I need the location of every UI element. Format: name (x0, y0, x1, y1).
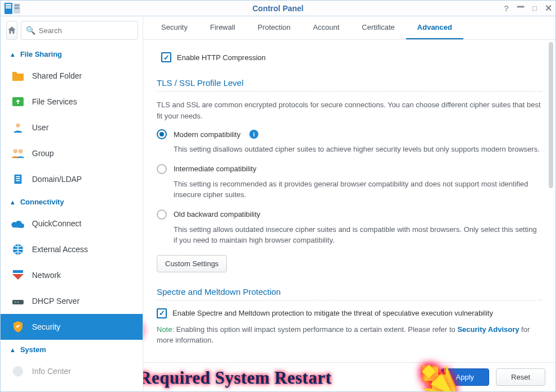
radio-intermediate-label: Intermediate compatibility (174, 165, 256, 173)
domain-ldap-icon (11, 173, 25, 185)
svg-point-10 (19, 149, 22, 153)
tab-bar: Security Firewall Protection Account Cer… (143, 16, 555, 40)
svg-point-18 (15, 302, 16, 303)
chevron-up-icon: ▲ (10, 199, 16, 206)
settings-panel: Enable HTTP Compression TLS / SSL Profil… (143, 40, 555, 362)
svg-point-20 (13, 366, 23, 376)
window-title: Control Panel (252, 4, 303, 13)
scrollbar-track[interactable] (549, 42, 553, 359)
shield-icon (11, 321, 25, 333)
spectre-section: Spectre and Meltdown Protection Enable S… (157, 277, 542, 350)
sidebar-item-quickconnect[interactable]: QuickConnect (1, 211, 143, 236)
svg-rect-28 (422, 364, 435, 378)
radio-modern-label: Modern compatibility (174, 130, 240, 139)
chevron-up-icon: ▲ (10, 51, 16, 58)
radio-intermediate-desc: This setting is recommended as it provid… (174, 179, 542, 200)
spectre-enable-checkbox[interactable] (157, 308, 167, 318)
tab-protection[interactable]: Protection (247, 17, 302, 39)
tab-advanced[interactable]: Advanced (406, 17, 463, 39)
sidebar-item-dhcp-server[interactable]: DHCP Server (1, 288, 143, 314)
info-icon[interactable]: i (249, 130, 258, 139)
svg-point-8 (16, 124, 20, 127)
sidebar-item-network[interactable]: Network (1, 262, 143, 288)
svg-rect-1 (6, 4, 11, 5)
radio-backward-desc: This setting allows outdated insecure ci… (174, 224, 542, 246)
http-compression-label: Enable HTTP Compression (177, 53, 266, 62)
info-icon (11, 365, 25, 377)
sidebar-item-user[interactable]: User (1, 115, 143, 140)
custom-settings-button[interactable]: Custom Settings (157, 255, 227, 272)
sidebar-item-shared-folder[interactable]: Shared Folder (1, 63, 143, 89)
svg-point-19 (17, 302, 19, 303)
file-services-icon (11, 95, 25, 108)
close-icon[interactable]: ✕ (545, 4, 552, 13)
app-icon (4, 2, 22, 15)
network-icon (11, 269, 25, 281)
security-advisory-link[interactable]: Security Advisory (457, 325, 519, 334)
sidebar-group-system[interactable]: ▲ System (1, 340, 143, 358)
control-panel-window: Control Panel ? ‒ □ ✕ 🔍 ▲ File Sharing (0, 0, 556, 392)
sidebar-item-domain-ldap[interactable]: Domain/LDAP (1, 166, 143, 192)
radio-modern[interactable]: Modern compatibility i (157, 129, 542, 139)
cloud-icon (11, 217, 25, 230)
spectre-enable-label: Enable Spectre and Meltdown protection t… (172, 309, 493, 317)
tab-account[interactable]: Account (302, 17, 350, 39)
titlebar: Control Panel ? ‒ □ ✕ (1, 1, 555, 16)
annotation-restart-text: Required System Restart (143, 368, 331, 388)
radio-button[interactable] (157, 209, 167, 220)
content-pane: Security Firewall Protection Account Cer… (143, 16, 555, 391)
tab-firewall[interactable]: Firewall (199, 17, 247, 39)
folder-icon (11, 70, 25, 82)
sidebar-item-info-center[interactable]: Info Center (1, 358, 143, 384)
radio-modern-desc: This setting disallows outdated cipher s… (174, 144, 542, 155)
svg-rect-3 (6, 7, 11, 8)
reset-button[interactable]: Reset (496, 368, 545, 386)
sidebar-item-file-services[interactable]: File Services (1, 89, 143, 115)
help-icon[interactable]: ? (504, 4, 509, 12)
sidebar-group-file-sharing[interactable]: ▲ File Sharing (1, 44, 143, 63)
sidebar-item-group[interactable]: Group (1, 140, 143, 166)
svg-rect-16 (13, 270, 23, 273)
search-icon: 🔍 (26, 26, 35, 35)
note-prefix: Note (157, 325, 172, 334)
svg-rect-5 (15, 4, 19, 6)
radio-backward-label: Old backward compatibility (174, 210, 261, 218)
svg-rect-6 (15, 7, 19, 9)
svg-rect-13 (16, 178, 20, 179)
sidebar-item-external-access[interactable]: External Access (1, 236, 143, 262)
spectre-note: Note: Enabling this option will impact s… (157, 324, 542, 346)
svg-rect-14 (16, 180, 20, 181)
home-icon (7, 25, 17, 35)
scrollbar-thumb[interactable] (549, 42, 553, 188)
svg-rect-12 (16, 176, 20, 177)
tls-section-title: TLS / SSL Profile Level (157, 78, 542, 92)
tls-intro: TLS and SSL are common encrypted protoco… (157, 99, 542, 121)
spectre-section-title: Spectre and Meltdown Protection (157, 287, 542, 300)
sidebar-item-security[interactable]: Security (1, 314, 143, 340)
sidebar: 🔍 ▲ File Sharing Shared Folder File Serv… (1, 16, 143, 391)
sidebar-group-label: Connectivity (20, 198, 64, 206)
tls-section: TLS / SSL Profile Level TLS and SSL are … (157, 68, 542, 277)
sidebar-group-label: System (20, 345, 46, 354)
tab-certificate[interactable]: Certificate (350, 17, 406, 39)
globe-icon (11, 243, 25, 256)
radio-backward[interactable]: Old backward compatibility (157, 209, 542, 220)
annotation-arrow-icon (420, 362, 457, 391)
chevron-up-icon: ▲ (10, 347, 16, 353)
home-button[interactable] (6, 21, 17, 40)
radio-button[interactable] (157, 164, 167, 174)
sidebar-group-connectivity[interactable]: ▲ Connectivity (1, 192, 143, 211)
user-icon (11, 121, 25, 134)
minimize-icon[interactable]: ‒ (517, 0, 525, 12)
radio-button[interactable] (157, 129, 167, 139)
svg-rect-2 (6, 6, 11, 7)
sidebar-group-label: File Sharing (20, 50, 62, 58)
search-box[interactable]: 🔍 (21, 21, 138, 40)
http-compression-checkbox[interactable] (161, 52, 171, 62)
group-icon (11, 147, 25, 159)
search-input[interactable] (39, 26, 133, 35)
radio-intermediate[interactable]: Intermediate compatibility (157, 164, 542, 174)
tab-security[interactable]: Security (150, 17, 199, 39)
svg-point-9 (13, 149, 17, 153)
maximize-icon[interactable]: □ (532, 4, 537, 12)
